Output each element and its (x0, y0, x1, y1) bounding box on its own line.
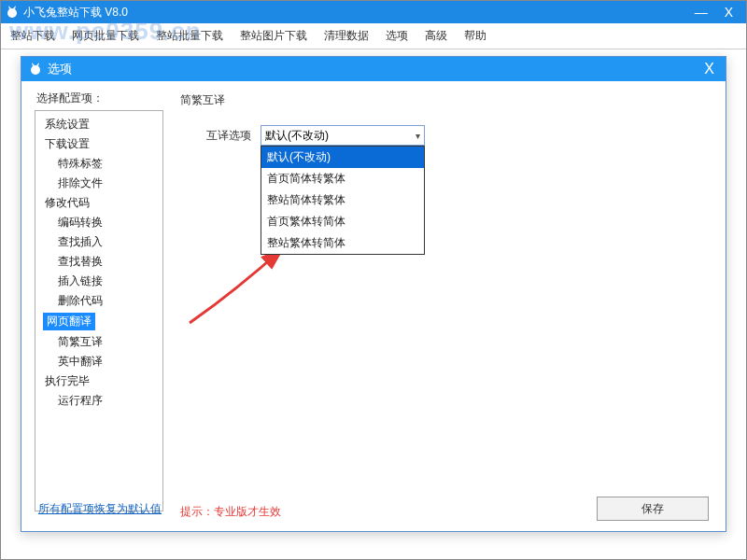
combo-option[interactable]: 首页繁体转简体 (261, 211, 424, 232)
dialog-body: 选择配置项： 系统设置 下载设置 特殊标签 排除文件 修改代码 编码转换 查找插… (21, 81, 726, 486)
main-titlebar: 小飞兔整站下载 V8.0 — X (1, 1, 746, 23)
svg-point-0 (7, 8, 17, 18)
tree-item[interactable]: 系统设置 (35, 115, 162, 134)
chevron-down-icon: ▾ (416, 131, 420, 141)
content-panel: 简繁互译 互译选项 默认(不改动) ▾ 默认(不改动) 首页简体转繁体 整站简体… (176, 91, 712, 486)
tree-item[interactable]: 删除代码 (35, 291, 162, 311)
main-window-title: 小飞兔整站下载 V8.0 (23, 5, 695, 21)
tree-item[interactable]: 编码转换 (35, 213, 162, 232)
rabbit-icon (27, 61, 44, 77)
tree-item[interactable]: 特殊标签 (35, 154, 162, 174)
combo-row: 互译选项 默认(不改动) ▾ 默认(不改动) 首页简体转繁体 整站简体转繁体 首… (206, 125, 709, 146)
menu-item[interactable]: 网页批量下载 (70, 24, 141, 48)
menu-item[interactable]: 整站批量下载 (154, 24, 225, 48)
tree-item[interactable]: 修改代码 (35, 193, 162, 213)
tree-item[interactable]: 查找替换 (35, 252, 162, 272)
tree-item[interactable]: 查找插入 (35, 232, 162, 252)
dialog-close-button[interactable]: X (698, 61, 720, 77)
section-title: 简繁互译 (180, 91, 709, 108)
tree-item[interactable]: 英中翻译 (35, 352, 162, 371)
minimize-button[interactable]: — (695, 6, 708, 19)
close-button[interactable]: X (725, 6, 733, 19)
tree-item[interactable]: 排除文件 (35, 174, 162, 193)
combo-option[interactable]: 默认(不改动) (261, 147, 424, 168)
combo-option[interactable]: 整站繁体转简体 (261, 232, 424, 254)
menu-item[interactable]: 清理数据 (322, 24, 371, 48)
menu-item[interactable]: 帮助 (462, 24, 488, 48)
svg-point-1 (31, 65, 40, 75)
tree-item[interactable]: 简繁互译 (35, 332, 162, 352)
main-menu: 整站下载 网页批量下载 整站批量下载 整站图片下载 清理数据 选项 高级 帮助 (1, 23, 746, 49)
save-button[interactable]: 保存 (597, 497, 709, 521)
menu-item[interactable]: 选项 (384, 24, 410, 48)
tree-item[interactable]: 运行程序 (35, 391, 162, 411)
options-dialog: 选项 X 选择配置项： 系统设置 下载设置 特殊标签 排除文件 修改代码 编码转… (21, 56, 726, 532)
dialog-title: 选项 (48, 61, 698, 77)
reset-link[interactable]: 所有配置项恢复为默认值 (38, 501, 162, 517)
combo-label: 互译选项 (206, 128, 251, 144)
window-controls: — X (695, 6, 742, 19)
dialog-titlebar: 选项 X (21, 57, 726, 81)
config-tree: 系统设置 下载设置 特殊标签 排除文件 修改代码 编码转换 查找插入 查找替换 … (35, 110, 163, 511)
combo-option[interactable]: 首页简体转繁体 (261, 168, 424, 189)
tree-item[interactable]: 执行完毕 (35, 371, 162, 391)
sidebar-heading: 选择配置项： (35, 91, 163, 106)
combo-value: 默认(不改动) (265, 128, 329, 144)
menu-item[interactable]: 整站下载 (8, 24, 57, 48)
menu-item[interactable]: 高级 (423, 24, 449, 48)
sidebar: 选择配置项： 系统设置 下载设置 特殊标签 排除文件 修改代码 编码转换 查找插… (35, 91, 163, 486)
translate-combo[interactable]: 默认(不改动) ▾ (261, 125, 425, 146)
tree-item[interactable]: 下载设置 (35, 134, 162, 154)
menu-item[interactable]: 整站图片下载 (238, 24, 309, 48)
tree-item[interactable]: 插入链接 (35, 272, 162, 291)
app-icon (5, 5, 20, 20)
combo-option[interactable]: 整站简体转繁体 (261, 189, 424, 211)
combo-dropdown: 默认(不改动) 首页简体转繁体 整站简体转繁体 首页繁体转简体 整站繁体转简体 (261, 146, 425, 255)
combo-wrap: 默认(不改动) ▾ 默认(不改动) 首页简体转繁体 整站简体转繁体 首页繁体转简… (261, 125, 425, 146)
tree-item-selected[interactable]: 网页翻译 (35, 311, 162, 332)
tip-text: 提示：专业版才生效 (180, 504, 281, 520)
